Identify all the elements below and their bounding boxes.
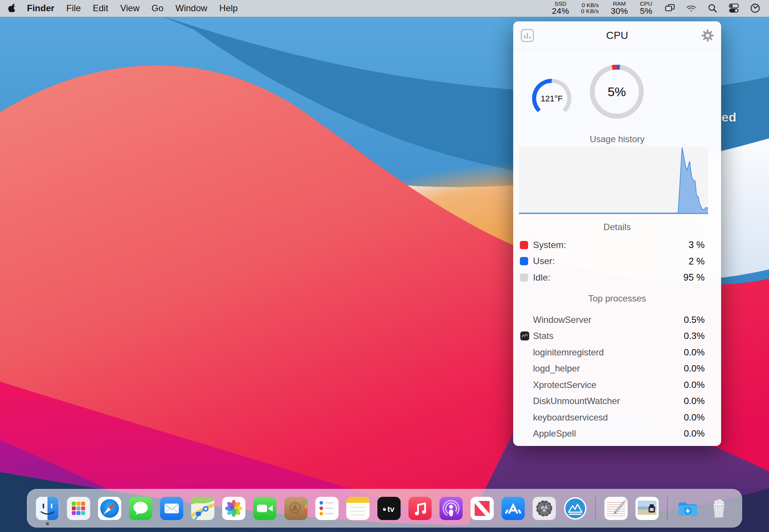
dock-item-app-store[interactable] <box>501 496 525 520</box>
dock: tv <box>27 489 742 528</box>
dock-item-downloads[interactable] <box>676 496 700 520</box>
process-name: WindowServer <box>533 315 591 325</box>
menu-item-help[interactable]: Help <box>213 3 243 13</box>
usage-history-chart <box>519 147 708 214</box>
process-row: keyboardservicesd 0.0% <box>513 409 721 426</box>
apple-menu-icon[interactable] <box>8 3 17 13</box>
process-row: WindowServer 0.5% <box>513 312 721 328</box>
menu-bar-left: FinderFileEditViewGoWindowHelp <box>8 3 244 13</box>
menu-bar-right: SSD 24% 0 KB/s 0 KB/s RAM 30% CPU 5% <box>552 1 761 15</box>
dock-item-facetime[interactable] <box>253 496 277 520</box>
process-icon-empty <box>520 348 530 357</box>
process-row: XprotectService 0.0% <box>513 377 721 393</box>
ram-widget[interactable]: RAM 30% <box>611 1 628 15</box>
network-widget[interactable]: 0 KB/s 0 KB/s <box>581 2 598 14</box>
dock-item-tv[interactable]: tv <box>377 496 401 520</box>
menu-item-edit[interactable]: Edit <box>87 3 114 13</box>
menu-item-view[interactable]: View <box>114 3 145 13</box>
dock-item-textedit[interactable] <box>604 496 628 520</box>
detail-row-idle: Idle: 95 % <box>513 269 721 286</box>
process-icon-empty <box>520 315 530 325</box>
process-value: 0.0% <box>684 363 705 374</box>
process-value: 0.0% <box>684 412 705 423</box>
usage-history-header: Usage history <box>513 134 721 144</box>
dock-item-launchpad[interactable] <box>67 496 91 520</box>
legend-swatch <box>520 257 528 265</box>
dock-item-system-preferences[interactable] <box>532 496 556 520</box>
dock-item-news[interactable] <box>470 496 494 520</box>
detail-row-user: User: 2 % <box>513 253 721 270</box>
dock-item-messages[interactable] <box>129 496 153 520</box>
menu-item-finder[interactable]: Finder <box>21 3 60 13</box>
dock-divider <box>667 496 668 521</box>
wifi-icon[interactable] <box>686 3 697 14</box>
spotlight-icon[interactable] <box>707 3 718 14</box>
ssd-widget[interactable]: SSD 24% <box>552 1 569 15</box>
control-center-icon[interactable] <box>728 3 739 14</box>
ssd-value: 24% <box>552 7 569 15</box>
gear-icon[interactable] <box>701 29 714 42</box>
desktop-partial-text: ed <box>721 110 736 125</box>
process-value: 0.0% <box>684 380 705 390</box>
cpu-widget[interactable]: CPU 5% <box>640 1 652 15</box>
process-rows: WindowServer 0.5% Stats 0.3% loginitemre… <box>513 312 721 442</box>
popover-title: CPU <box>513 21 721 50</box>
dock-item-contacts[interactable] <box>284 496 308 520</box>
dock-item-safari[interactable] <box>98 496 122 520</box>
status-icons <box>664 3 761 14</box>
details-rows: System: 3 % User: 2 % Idle: 95 % <box>513 237 721 286</box>
detail-label: System: <box>533 240 566 250</box>
dock-item-app-cleaner[interactable] <box>563 496 587 520</box>
menu-item-window[interactable]: Window <box>169 3 213 13</box>
ram-label: RAM <box>611 1 628 7</box>
dock-item-photos[interactable] <box>222 496 246 520</box>
cpu-value: 5% <box>640 7 652 15</box>
dock-item-maps[interactable] <box>191 496 215 520</box>
menu-item-go[interactable]: Go <box>145 3 169 13</box>
process-icon-empty <box>520 364 530 373</box>
menu-item-file[interactable]: File <box>60 3 87 13</box>
top-processes-header: Top processes <box>513 293 721 304</box>
cpu-stats-popover: CPU 121°F 5% Usage history Details Syste… <box>513 21 721 446</box>
process-name: AppleSpell <box>533 428 576 439</box>
running-indicator <box>46 522 49 525</box>
clock-icon[interactable] <box>750 3 761 14</box>
detail-label: User: <box>533 256 555 266</box>
detail-value: 95 % <box>683 272 705 283</box>
process-value: 0.0% <box>684 396 705 406</box>
temperature-value: 121°F <box>541 94 563 103</box>
process-icon-empty <box>520 380 530 390</box>
dock-item-music[interactable] <box>408 496 432 520</box>
dock-item-reminders[interactable] <box>315 496 339 520</box>
process-value: 0.5% <box>684 315 705 325</box>
dock-item-mail[interactable] <box>160 496 184 520</box>
process-name: DiskUnmountWatcher <box>533 396 620 406</box>
process-value: 0.3% <box>684 331 705 341</box>
process-value: 0.0% <box>684 347 705 358</box>
process-value: 0.0% <box>684 428 705 439</box>
process-row: AppleSpell 0.0% <box>513 426 721 442</box>
dock-item-preview[interactable] <box>635 496 659 520</box>
process-name: loginitemregisterd <box>533 347 604 358</box>
dock-item-podcasts[interactable] <box>439 496 463 520</box>
ssd-label: SSD <box>552 1 569 7</box>
process-row: Stats 0.3% <box>513 328 721 345</box>
displays-icon[interactable] <box>664 3 675 14</box>
dock-item-trash[interactable] <box>707 496 731 520</box>
legend-swatch <box>520 273 528 282</box>
svg-text:tv: tv <box>387 505 394 513</box>
popover-header: CPU <box>513 21 721 50</box>
details-header: Details <box>513 222 721 232</box>
dock-divider <box>595 496 596 521</box>
network-down: 0 KB/s <box>581 8 598 14</box>
dock-item-notes[interactable] <box>346 496 370 520</box>
ram-value: 30% <box>611 7 628 15</box>
stats-app-icon <box>520 331 530 341</box>
app-menus: FinderFileEditViewGoWindowHelp <box>21 3 244 13</box>
detail-value: 2 % <box>689 256 705 267</box>
desktop-screen: ed FinderFileEditViewGoWindowHelp SSD 24… <box>0 0 769 532</box>
process-icon-empty <box>520 396 530 406</box>
detail-label: Idle: <box>533 272 550 283</box>
dock-item-finder[interactable] <box>36 496 59 520</box>
process-name: logd_helper <box>533 363 580 374</box>
